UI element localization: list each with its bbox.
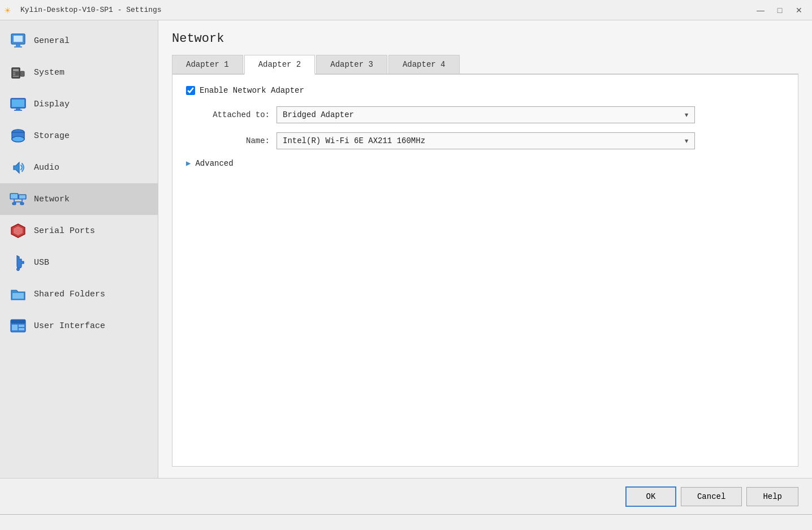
sidebar-item-network[interactable]: Network xyxy=(0,183,158,215)
svg-rect-34 xyxy=(19,328,24,330)
sidebar-label-network: Network xyxy=(34,195,70,204)
cancel-button[interactable]: Cancel xyxy=(681,487,742,506)
sidebar-label-usb: USB xyxy=(34,258,49,268)
svg-rect-32 xyxy=(12,325,18,330)
svg-rect-5 xyxy=(13,69,19,71)
user-interface-icon xyxy=(9,317,27,335)
svg-point-28 xyxy=(17,268,20,271)
tab-adapter1[interactable]: Adapter 1 xyxy=(172,55,243,74)
advanced-label: Advanced xyxy=(195,159,233,168)
attached-to-control: Not attached NAT NAT Network Bridged Ada… xyxy=(277,106,695,123)
sidebar-item-audio[interactable]: Audio xyxy=(0,152,158,183)
svg-rect-9 xyxy=(20,71,24,76)
system-icon xyxy=(9,63,27,81)
help-button[interactable]: Help xyxy=(746,487,798,506)
footer: OK Cancel Help xyxy=(0,478,812,514)
svg-rect-25 xyxy=(14,201,23,202)
page-title: Network xyxy=(172,32,798,46)
sidebar: General System xyxy=(0,20,158,478)
main-content: General System xyxy=(0,20,812,478)
minimize-button[interactable]: — xyxy=(752,3,769,17)
sidebar-item-display[interactable]: Display xyxy=(0,88,158,120)
svg-point-16 xyxy=(12,136,24,142)
sidebar-item-system[interactable]: System xyxy=(0,57,158,88)
sidebar-label-storage: Storage xyxy=(34,131,70,141)
svg-rect-20 xyxy=(19,195,25,199)
sidebar-label-audio: Audio xyxy=(34,163,59,173)
svg-rect-24 xyxy=(20,202,24,205)
svg-rect-8 xyxy=(13,76,19,77)
svg-rect-7 xyxy=(13,74,15,75)
tab-content: Enable Network Adapter Attached to: Not … xyxy=(172,75,798,467)
sidebar-label-shared-folders: Shared Folders xyxy=(34,290,105,299)
tab-adapter2[interactable]: Adapter 2 xyxy=(244,55,316,75)
maximize-button[interactable]: □ xyxy=(771,3,788,17)
svg-rect-6 xyxy=(13,72,15,74)
sidebar-item-shared-folders[interactable]: Shared Folders xyxy=(0,278,158,310)
sidebar-item-serial-ports[interactable]: Serial Ports xyxy=(0,215,158,247)
network-icon xyxy=(9,190,27,208)
tab-adapter4[interactable]: Adapter 4 xyxy=(388,55,460,74)
attached-to-label: Attached to: xyxy=(186,110,277,119)
sidebar-label-serial-ports: Serial Ports xyxy=(34,226,95,236)
sidebar-label-user-interface: User Interface xyxy=(34,321,105,331)
sidebar-label-display: Display xyxy=(34,100,70,109)
status-bar xyxy=(0,514,812,530)
title-bar-left: ☀ Kylin-Desktop-V10-SP1 - Settings xyxy=(5,5,162,16)
svg-rect-33 xyxy=(19,325,24,327)
sidebar-item-usb[interactable]: USB xyxy=(0,247,158,278)
storage-icon xyxy=(9,127,27,145)
svg-rect-23 xyxy=(12,202,16,205)
svg-rect-13 xyxy=(14,110,22,111)
serial-ports-icon xyxy=(9,222,27,240)
sidebar-label-system: System xyxy=(34,68,64,77)
name-row: Name: Intel(R) Wi-Fi 6E AX211 160MHz xyxy=(186,132,784,149)
name-label: Name: xyxy=(186,136,277,145)
advanced-arrow-icon: ▶ xyxy=(186,158,191,168)
tab-adapter3[interactable]: Adapter 3 xyxy=(316,55,387,74)
svg-rect-29 xyxy=(12,293,24,299)
svg-rect-31 xyxy=(11,320,25,324)
attached-to-select[interactable]: Not attached NAT NAT Network Bridged Ada… xyxy=(277,106,695,123)
close-button[interactable]: ✕ xyxy=(791,3,807,17)
attached-to-row: Attached to: Not attached NAT NAT Networ… xyxy=(186,106,784,123)
svg-rect-2 xyxy=(16,44,20,46)
sidebar-label-general: General xyxy=(34,36,70,46)
usb-icon xyxy=(9,253,27,272)
right-panel: Network Adapter 1 Adapter 2 Adapter 3 Ad… xyxy=(158,20,812,478)
sidebar-item-user-interface[interactable]: User Interface xyxy=(0,310,158,342)
general-icon xyxy=(9,32,27,50)
shared-folders-icon xyxy=(9,285,27,303)
enable-network-row: Enable Network Adapter xyxy=(186,86,784,95)
name-select[interactable]: Intel(R) Wi-Fi 6E AX211 160MHz xyxy=(277,132,695,149)
svg-rect-11 xyxy=(12,100,24,107)
svg-rect-3 xyxy=(14,46,22,48)
enable-network-label[interactable]: Enable Network Adapter xyxy=(200,86,304,95)
title-bar: ☀ Kylin-Desktop-V10-SP1 - Settings — □ ✕ xyxy=(0,0,812,20)
advanced-row[interactable]: ▶ Advanced xyxy=(186,158,784,168)
title-bar-controls: — □ ✕ xyxy=(752,3,807,17)
svg-rect-18 xyxy=(11,194,18,199)
attached-to-select-wrapper: Not attached NAT NAT Network Bridged Ada… xyxy=(277,106,695,123)
display-icon xyxy=(9,95,27,113)
svg-rect-1 xyxy=(14,36,23,42)
sidebar-item-storage[interactable]: Storage xyxy=(0,120,158,152)
name-control: Intel(R) Wi-Fi 6E AX211 160MHz xyxy=(277,132,695,149)
window-title: Kylin-Desktop-V10-SP1 - Settings xyxy=(20,6,162,14)
enable-network-checkbox[interactable] xyxy=(186,86,195,95)
svg-rect-12 xyxy=(16,108,20,110)
ok-button[interactable]: OK xyxy=(625,486,676,507)
tabs-bar: Adapter 1 Adapter 2 Adapter 3 Adapter 4 xyxy=(172,55,798,75)
sidebar-item-general[interactable]: General xyxy=(0,25,158,57)
name-select-wrapper: Intel(R) Wi-Fi 6E AX211 160MHz xyxy=(277,132,695,149)
audio-icon xyxy=(9,158,27,176)
app-icon: ☀ xyxy=(5,5,16,16)
